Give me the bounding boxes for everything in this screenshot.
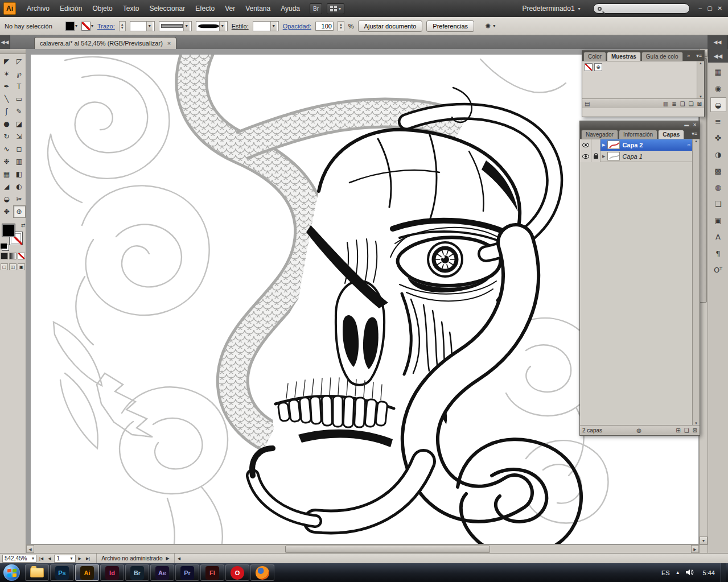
collapse-tools-icon[interactable]: ◀◀ (0, 35, 10, 49)
make-clipping-mask-icon[interactable]: ◍ (636, 427, 641, 434)
panel-tab[interactable]: Información (619, 130, 657, 139)
visibility-toggle[interactable] (580, 151, 591, 162)
expand-panel-icon[interactable]: » (685, 51, 692, 61)
stroke-weight-combo[interactable]: ▾ (130, 21, 155, 31)
close-button[interactable]: ✕ (718, 5, 722, 13)
type-tool[interactable]: T (13, 80, 26, 93)
start-button[interactable] (3, 564, 20, 581)
artboard-number-combo[interactable]: 1 ▾ (54, 555, 76, 563)
none-mode-button[interactable] (18, 253, 25, 259)
target-circle-icon[interactable]: ○ (687, 142, 690, 148)
eraser-tool[interactable]: ◪ (13, 118, 26, 130)
graphic-style-combo[interactable]: ▾ (253, 21, 279, 31)
scroll-down-icon[interactable]: ▼ (693, 422, 700, 425)
delete-layer-icon[interactable]: ⊠ (693, 427, 697, 434)
panel-tab[interactable]: Navegador (581, 130, 618, 139)
expand-arrow-icon[interactable]: ▶ (602, 154, 605, 159)
swatches-panel-icon[interactable]: ▦ (710, 64, 726, 79)
scroll-right-icon[interactable]: ▶ (691, 545, 699, 553)
selection-tool[interactable]: ◤ (1, 55, 13, 68)
swatches-scrollbar[interactable]: ▲▼ (697, 61, 704, 98)
eyedropper-tool[interactable]: ◢ (1, 180, 13, 193)
menu-item[interactable]: Ventana (240, 0, 275, 17)
restore-button[interactable]: ▢ (707, 5, 712, 13)
first-artboard-button[interactable]: |◀ (38, 556, 45, 561)
new-sublayer-icon[interactable]: ⊞ (676, 427, 680, 434)
arrange-documents-button[interactable]: ▾ (327, 3, 344, 14)
status-belt[interactable]: Archivo no administrado ▶ (96, 554, 174, 563)
symbol-sprayer-tool[interactable]: ❉ (1, 155, 13, 168)
swatch-libraries-icon[interactable]: ▤ (585, 101, 590, 107)
menu-item[interactable]: Texto (118, 0, 145, 17)
mesh-tool[interactable]: ▦ (1, 168, 13, 180)
close-panel-icon[interactable]: ✕ (693, 122, 697, 128)
help-search-field[interactable] (593, 3, 690, 14)
fill-well[interactable] (2, 224, 15, 237)
menu-item[interactable]: Archivo (22, 0, 55, 17)
taskbar-button-illustrator[interactable]: Ai (75, 564, 99, 581)
new-color-group-icon[interactable]: ❑ (680, 101, 685, 107)
taskbar-button-after-effects[interactable]: Ae (150, 564, 174, 581)
menu-item[interactable]: Seleccionar (144, 0, 190, 17)
delete-swatch-icon[interactable]: ⊠ (697, 101, 702, 107)
swatch-options-icon[interactable]: ≣ (672, 101, 676, 107)
hidden-icons-button[interactable]: ▲ (676, 570, 680, 575)
taskbar-button-photoshop[interactable]: Ps (50, 564, 74, 581)
width-profile-combo[interactable]: ▾ (159, 21, 192, 31)
opacity-stepper[interactable]: ▲▼ (338, 21, 344, 31)
layers-scrollbar[interactable]: ▲▼ (692, 139, 700, 425)
gradient-mode-button[interactable] (9, 253, 17, 259)
panel-tab[interactable]: Capas (658, 130, 684, 139)
panel-menu-icon[interactable]: ▾≡ (694, 51, 704, 61)
language-indicator[interactable]: ES (661, 569, 670, 576)
swap-fill-stroke-icon[interactable]: ⇄ (21, 222, 26, 228)
volume-icon[interactable] (686, 569, 694, 577)
color-panel-icon[interactable]: ◒ (710, 97, 726, 112)
fit-document-button[interactable]: Ajustar documento (358, 20, 423, 32)
fullscreen-mode-button[interactable]: ▣ (18, 263, 25, 270)
appearance-panel-icon[interactable]: ◍ (710, 180, 726, 195)
stroke-weight-stepper[interactable]: ▲▼ (119, 21, 126, 31)
taskbar-button-indesign[interactable]: Id (100, 564, 124, 581)
minimize-panel-icon[interactable]: ▬ (684, 122, 689, 128)
status-flyout-icon[interactable]: ▶ (166, 556, 169, 561)
collapse-dock-icon[interactable]: ◀◀ (708, 35, 728, 49)
none-swatch[interactable] (585, 63, 593, 71)
brush-definition-combo[interactable]: ▾ (196, 21, 228, 31)
panel-grip[interactable] (0, 49, 26, 54)
transparency-panel-icon[interactable]: ▩ (710, 163, 726, 178)
opacity-panel-link[interactable]: Opacidad: (283, 23, 311, 30)
layer-thumbnail[interactable] (607, 141, 620, 149)
rectangle-tool[interactable]: ▭ (13, 93, 26, 105)
panel-tab[interactable]: Guía de colo (641, 52, 683, 61)
panel-menu-icon[interactable]: ▾≡ (689, 129, 700, 139)
free-transform-tool[interactable]: ◻ (13, 143, 26, 155)
expand-arrow-icon[interactable]: ▶ (602, 143, 605, 147)
scroll-up-icon[interactable]: ▲ (697, 61, 704, 65)
stroke-panel-icon[interactable]: ≡ (710, 114, 726, 129)
panel-title-bar[interactable]: ▬ ✕ (580, 121, 700, 129)
show-desktop-button[interactable] (721, 563, 726, 582)
menu-item[interactable]: Objeto (87, 0, 117, 17)
previous-artboard-button[interactable]: ◀ (46, 556, 52, 561)
width-tool[interactable]: ∿ (1, 143, 13, 155)
layer-name[interactable]: Capa 2 (622, 142, 685, 148)
hand-tool[interactable]: ✥ (1, 205, 13, 218)
fullscreen-menu-mode-button[interactable]: ◫ (9, 263, 17, 270)
layer-row-capa-1[interactable]: ▶ Capa 1 ○ (580, 151, 700, 162)
last-artboard-button[interactable]: ▶| (84, 556, 92, 561)
horizontal-scroll-thumb[interactable] (285, 546, 490, 553)
scroll-left-icon[interactable]: ◀ (26, 545, 34, 553)
visibility-toggle[interactable] (580, 139, 591, 151)
illustrator-app-icon[interactable]: Ai (3, 2, 16, 15)
bridge-button[interactable]: Br (310, 3, 322, 14)
taskbar-button-explorer[interactable] (25, 564, 49, 581)
taskbar-button-opera[interactable]: O (225, 564, 249, 581)
layer-name[interactable]: Capa 1 (622, 153, 692, 160)
stroke-color-swatch[interactable]: ▾ (81, 22, 93, 31)
scale-tool[interactable]: ⇲ (13, 130, 26, 143)
pen-tool[interactable]: ✒ (1, 80, 13, 93)
artboards-panel-icon[interactable]: ▣ (710, 213, 726, 228)
panel-tab[interactable]: Color (583, 52, 606, 61)
minimize-button[interactable]: – (699, 5, 702, 13)
